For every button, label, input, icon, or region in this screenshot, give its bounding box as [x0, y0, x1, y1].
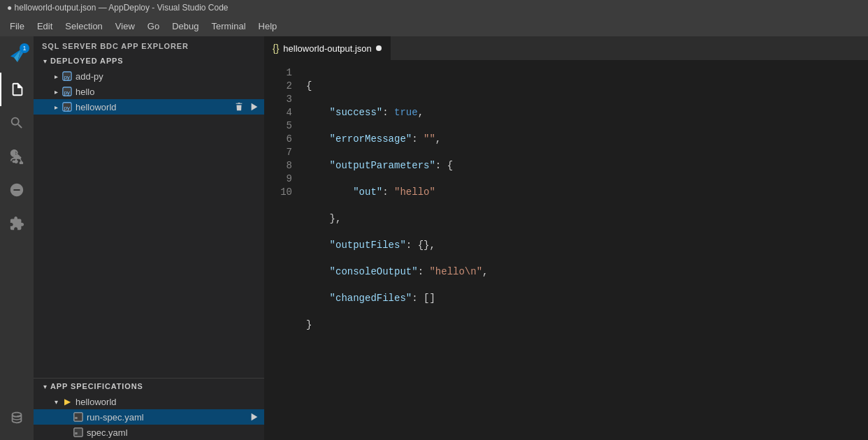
sidebar-item-hello[interactable]: py hello	[34, 84, 264, 99]
extensions-icon[interactable]	[0, 207, 34, 240]
helloworld-icon: py	[62, 101, 73, 112]
code-editor[interactable]: { "success": true, "errorMessage": "", "…	[299, 61, 868, 440]
menu-go[interactable]: Go	[142, 19, 165, 34]
delete-button[interactable]	[232, 100, 246, 114]
add-py-icon: py	[62, 71, 73, 82]
line-num-8: 8	[264, 159, 292, 173]
menu-help[interactable]: Help	[253, 19, 283, 34]
line-num-3: 3	[264, 93, 292, 106]
database-icon[interactable]	[0, 401, 34, 434]
deployed-apps-section: DEPLOYED APPS py add-py	[34, 53, 264, 378]
add-py-label: add-py	[75, 71, 264, 82]
code-line-4: "outputParameters": {	[306, 159, 868, 173]
logo-icon[interactable]: 1	[0, 39, 34, 73]
menu-debug[interactable]: Debug	[166, 19, 204, 34]
line-num-6: 6	[264, 133, 292, 146]
svg-text:≡: ≡	[75, 416, 78, 420]
editor-area: {} helloworld-output.json 1 2 3 4 5 6 7 …	[264, 36, 868, 440]
line-num-5: 5	[264, 119, 292, 133]
line-num-10: 10	[264, 186, 292, 199]
run-spec-icon: ≡	[73, 411, 84, 423]
hello-arrow	[50, 86, 62, 97]
svg-text:≡: ≡	[75, 431, 78, 436]
code-line-3: "errorMessage": "",	[306, 133, 868, 146]
line-num-1: 1	[264, 66, 292, 80]
line-num-7: 7	[264, 146, 292, 159]
deployed-apps-arrow	[39, 55, 50, 66]
deployed-apps-header[interactable]: DEPLOYED APPS	[34, 53, 264, 68]
helloworld-actions	[232, 100, 261, 114]
sidebar-item-add-py[interactable]: py add-py	[34, 68, 264, 84]
hello-label: hello	[75, 87, 264, 97]
spec-yaml-icon: ≡	[73, 427, 84, 438]
sidebar-spec-helloworld[interactable]: ▶ helloworld	[34, 394, 264, 409]
titlebar: ● helloworld-output.json — AppDeploy - V…	[0, 0, 868, 15]
search-icon[interactable]	[0, 106, 34, 140]
tab-label: helloworld-output.json	[283, 43, 371, 54]
helloworld-arrow	[50, 101, 62, 112]
svg-text:py: py	[64, 74, 70, 80]
tab-modified-dot	[376, 45, 382, 51]
line-numbers: 1 2 3 4 5 6 7 8 9 10	[264, 61, 299, 440]
app-specs-header[interactable]: APP SPECIFICATIONS	[34, 379, 264, 394]
spec-yaml-label: spec.yaml	[87, 427, 264, 438]
activitybar: 1	[0, 36, 34, 440]
tab-helloworld-output[interactable]: {} helloworld-output.json	[264, 36, 391, 60]
app-specs-label: APP SPECIFICATIONS	[50, 382, 264, 390]
svg-text:py: py	[64, 89, 70, 96]
helloworld-label: helloworld	[75, 102, 232, 112]
spec-helloworld-icon: ▶	[62, 396, 73, 407]
app-specs-section: APP SPECIFICATIONS ▶ helloworld ≡ run-sp…	[34, 379, 264, 440]
line-num-4: 4	[264, 106, 292, 119]
menu-terminal[interactable]: Terminal	[205, 19, 251, 34]
code-line-10: }	[306, 318, 868, 332]
scm-icon[interactable]	[0, 140, 34, 173]
code-line-6: },	[306, 212, 868, 226]
editor-content[interactable]: 1 2 3 4 5 6 7 8 9 10 { "success": true, …	[264, 61, 868, 440]
run-button[interactable]	[247, 100, 261, 114]
titlebar-text: ● helloworld-output.json — AppDeploy - V…	[7, 3, 229, 13]
deployed-apps-label: DEPLOYED APPS	[50, 57, 264, 65]
code-line-7: "outputFiles": {},	[306, 239, 868, 252]
run-spec-label: run-spec.yaml	[87, 412, 247, 423]
no-entry-icon[interactable]	[0, 173, 34, 207]
tab-json-icon: {}	[273, 43, 279, 54]
explorer-icon[interactable]	[0, 73, 34, 106]
spec-helloworld-label: helloworld	[75, 397, 264, 407]
run-spec-run-button[interactable]	[247, 410, 261, 424]
sidebar-spec-run-spec[interactable]: ≡ run-spec.yaml	[34, 409, 264, 425]
svg-text:py: py	[64, 105, 70, 111]
menu-view[interactable]: View	[110, 19, 140, 34]
sidebar-item-helloworld[interactable]: py helloworld	[34, 99, 264, 115]
line-num-2: 2	[264, 80, 292, 93]
code-line-9: "changedFiles": []	[306, 292, 868, 305]
main-area: 1	[0, 36, 868, 440]
menu-selection[interactable]: Selection	[59, 19, 108, 34]
code-line-2: "success": true,	[306, 106, 868, 119]
run-spec-actions	[247, 410, 261, 424]
code-line-8: "consoleOutput": "hello\n",	[306, 265, 868, 279]
code-line-5: "out": "hello"	[306, 186, 868, 199]
sidebar: SQL SERVER BDC APP EXPLORER DEPLOYED APP…	[34, 36, 264, 440]
hello-icon: py	[62, 86, 73, 97]
menubar: File Edit Selection View Go Debug Termin…	[0, 15, 868, 36]
activity-badge: 1	[20, 43, 29, 53]
sidebar-header: SQL SERVER BDC APP EXPLORER	[34, 36, 264, 53]
add-py-arrow	[50, 71, 62, 82]
sidebar-spec-spec-yaml[interactable]: ≡ spec.yaml	[34, 425, 264, 440]
menu-edit[interactable]: Edit	[31, 19, 58, 34]
code-line-1: {	[306, 80, 868, 93]
tabbar: {} helloworld-output.json	[264, 36, 868, 61]
spec-helloworld-arrow	[50, 396, 62, 407]
app-specs-arrow	[39, 381, 50, 392]
line-num-9: 9	[264, 173, 292, 186]
menu-file[interactable]: File	[4, 19, 30, 34]
